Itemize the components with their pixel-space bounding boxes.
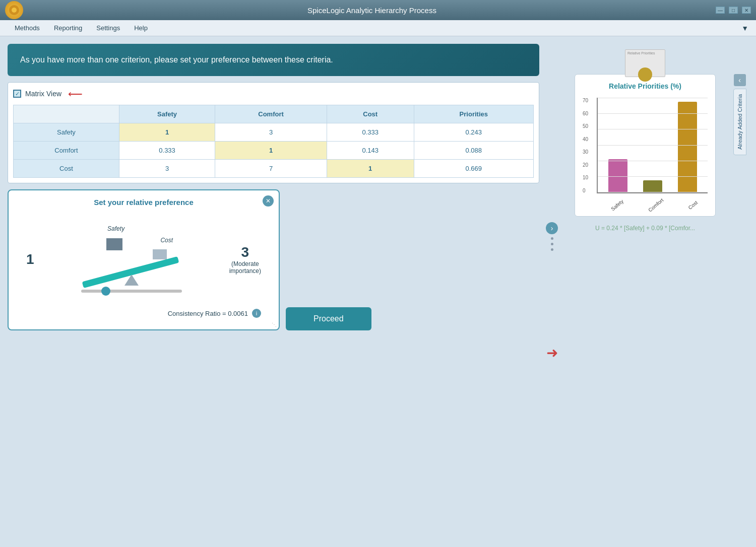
instruction-header: As you have more than one criterion, ple… [8, 44, 539, 76]
matrix-section: ✓ Matrix View ⟵ Safety Comfort Cost Prio… [8, 82, 539, 183]
x-label-cost: Cost [687, 199, 699, 211]
x-label-comfort: Comfort [647, 197, 664, 213]
x-label-safety: Safety [610, 198, 624, 212]
y-label-10: 10 [583, 175, 588, 180]
preference-panel: Set your relative preference ✕ 1 Safety … [8, 189, 280, 330]
app-title: SpiceLogic Analytic Hierarchy Process [28, 6, 716, 15]
row-label-comfort: Comfort [14, 142, 119, 160]
matrix-table: Safety Comfort Cost Priorities Safety 1 … [13, 105, 534, 178]
right-block [153, 249, 167, 259]
panel-toggle-button[interactable]: › [546, 222, 558, 234]
cell-cost-cost[interactable]: 1 [327, 160, 414, 178]
window-controls[interactable]: — □ ✕ [716, 7, 751, 14]
menu-help[interactable]: Help [127, 22, 155, 34]
gridline [598, 176, 708, 177]
slider-track[interactable] [81, 290, 182, 293]
menubar: Methods Reporting Settings Help ▼ [0, 20, 756, 36]
cell-safety-cost[interactable]: 0.333 [327, 123, 414, 142]
table-header-comfort: Comfort [215, 105, 327, 123]
y-label-20: 20 [583, 162, 588, 168]
matrix-view-text: Matrix View [25, 90, 61, 98]
cell-safety-priority: 0.243 [414, 123, 533, 142]
minimize-button[interactable]: — [716, 7, 725, 14]
resize-handle[interactable]: ⋱ [272, 322, 277, 327]
menu-methods[interactable]: Methods [8, 22, 47, 34]
right-sidebar: ‹ Already Added Criteria [731, 44, 748, 539]
gridline [598, 161, 708, 161]
svg-point-1 [12, 8, 17, 13]
gridline [598, 98, 708, 98]
cell-comfort-cost[interactable]: 0.143 [327, 142, 414, 160]
cell-safety-safety[interactable]: 1 [119, 123, 215, 142]
cell-comfort-safety[interactable]: 0.333 [119, 142, 215, 160]
menu-expand-arrow[interactable]: ▼ [741, 24, 748, 32]
proceed-area: Proceed [286, 189, 371, 330]
table-header-cost: Cost [327, 105, 414, 123]
scale-right-value: 3 [229, 244, 261, 260]
y-label-0: 0 [583, 188, 588, 193]
thumb-circle [638, 67, 652, 82]
table-header-safety: Safety [119, 105, 215, 123]
gridline [598, 192, 708, 192]
left-item-label: Safety [107, 225, 124, 232]
y-label-60: 60 [583, 111, 588, 116]
main-content: As you have more than one criterion, ple… [0, 36, 756, 547]
restore-button[interactable]: □ [729, 7, 738, 14]
y-label-30: 30 [583, 149, 588, 155]
consistency-row: Consistency Ratio = 0.0061 i [16, 305, 271, 322]
equation-text: U = 0.24 * [Safety] + 0.09 * [Comfor... [595, 225, 695, 232]
cell-cost-safety[interactable]: 3 [119, 160, 215, 178]
table-header-empty [14, 105, 119, 123]
y-label-50: 50 [583, 123, 588, 129]
consistency-text: Consistency Ratio = 0.0061 [168, 310, 248, 317]
right-panel: Relative Priorities Relative Priorities … [564, 44, 726, 539]
table-row: Safety 1 3 0.333 0.243 [14, 123, 534, 142]
info-icon[interactable]: i [252, 309, 261, 318]
sidebar-tab-added-criteria[interactable]: Already Added Criteria [733, 89, 746, 155]
gridlines [598, 98, 708, 192]
chart-area-wrapper: 0 10 20 30 40 50 60 70 [583, 98, 708, 209]
x-axis: Safety Comfort Cost [597, 194, 708, 209]
slider-thumb[interactable] [101, 287, 110, 296]
close-preference-button[interactable]: ✕ [263, 195, 274, 207]
cell-comfort-priority: 0.088 [414, 142, 533, 160]
divider-dot-3 [551, 248, 553, 251]
balance-visual: Safety Cost [76, 219, 187, 300]
sidebar-toggle-button[interactable]: ‹ [734, 74, 746, 86]
row-label-cost: Cost [14, 160, 119, 178]
app-logo [5, 1, 23, 19]
left-block [106, 238, 122, 250]
proceed-button[interactable]: Proceed [286, 307, 371, 330]
titlebar: SpiceLogic Analytic Hierarchy Process — … [0, 0, 756, 20]
table-row: Comfort 0.333 1 0.143 0.088 [14, 142, 534, 160]
table-header-priorities: Priorities [414, 105, 533, 123]
preference-title: Set your relative preference [16, 198, 271, 207]
y-axis: 0 10 20 30 40 50 60 70 [583, 98, 588, 193]
matrix-view-label: ✓ Matrix View ⟵ [13, 88, 534, 100]
right-scale-group: 3 (Moderateimportance) [229, 244, 261, 275]
matrix-view-checkbox[interactable]: ✓ [13, 90, 21, 98]
importance-label: (Moderateimportance) [229, 260, 261, 275]
gridline [598, 129, 708, 129]
cell-cost-priority: 0.669 [414, 160, 533, 178]
menu-settings[interactable]: Settings [89, 22, 127, 34]
divider-dot-1 [551, 237, 553, 240]
chart-plot-area [597, 98, 708, 193]
center-divider: › ➜ [544, 44, 559, 539]
instruction-text: As you have more than one criterion, ple… [20, 55, 333, 64]
cell-cost-comfort[interactable]: 7 [215, 160, 327, 178]
fulcrum [124, 275, 139, 286]
left-panel: As you have more than one criterion, ple… [8, 44, 539, 539]
bottom-area: Set your relative preference ✕ 1 Safety … [8, 189, 539, 330]
cell-comfort-comfort[interactable]: 1 [215, 142, 327, 160]
cell-safety-comfort[interactable]: 3 [215, 123, 327, 142]
slider-container [76, 290, 187, 293]
sidebar-tab-container: ‹ Already Added Criteria [733, 74, 746, 155]
menu-reporting[interactable]: Reporting [47, 22, 89, 34]
close-button[interactable]: ✕ [742, 7, 751, 14]
gridline [598, 145, 708, 146]
y-label-70: 70 [583, 98, 588, 103]
row-label-safety: Safety [14, 123, 119, 142]
y-label-40: 40 [583, 136, 588, 142]
red-arrow-right: ➜ [546, 345, 558, 361]
